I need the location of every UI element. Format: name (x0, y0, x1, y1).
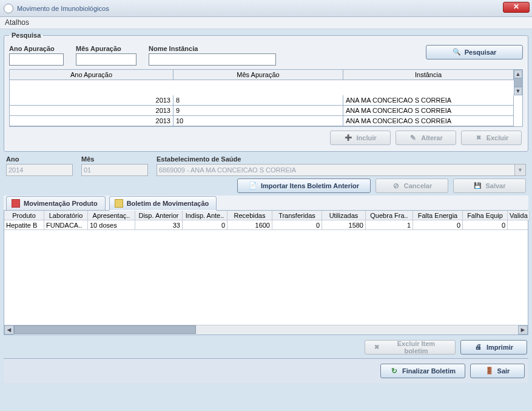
cell-disp-ant: 33 (135, 220, 183, 230)
search-row: Ano Apuração Mês Apuração Nome Instância… (9, 45, 523, 66)
result-row[interactable]: 2013 10 ANA MA CONCEICAO S CORREIA (10, 116, 522, 126)
vscrollbar[interactable]: ▲ ▼ (514, 70, 522, 95)
tab-bol-icon (115, 199, 123, 208)
cancel-icon (392, 182, 400, 190)
hscroll-thumb[interactable] (14, 325, 196, 334)
cell-quebra: 1 (366, 220, 413, 230)
cell-mes: 8 (173, 95, 343, 106)
incluir-label: Incluir (356, 134, 376, 141)
label-mes-apuracao: Mês Apuração (76, 45, 136, 52)
cell-produto: Hepatite B (4, 220, 44, 230)
exit-icon (485, 367, 494, 375)
col-quebra[interactable]: Quebra Fra.. (366, 211, 413, 220)
col-falta-energia[interactable]: Falta Energia (413, 211, 463, 220)
cell-ano: 2013 (10, 106, 173, 116)
cell-mes: 10 (173, 116, 343, 126)
ano-field (6, 164, 73, 176)
scroll-right-icon[interactable]: ► (518, 325, 528, 335)
menu-atalhos[interactable]: Atalhos (5, 18, 29, 27)
tab-movimentacao-produto[interactable]: Movimentação Produto (6, 196, 106, 210)
print-icon (474, 343, 483, 352)
input-mes-apuracao[interactable] (76, 53, 136, 66)
col-utilizadas[interactable]: Utilizadas (322, 211, 366, 220)
col-disp-anterior[interactable]: Disp. Anterior (135, 211, 183, 220)
finalizar-label: Finalizar Boletim (402, 367, 456, 375)
editor-buttons: Importar Itens Boletim Anterior Cancelar… (4, 178, 528, 193)
cell-ano: 2013 (10, 116, 173, 126)
col-recebidas[interactable]: Recebidas (227, 211, 272, 220)
pesquisar-button[interactable]: Pesquisar (426, 45, 523, 59)
scroll-thumb[interactable] (514, 78, 522, 87)
pesquisa-panel: Pesquisa Ano Apuração Mês Apuração Nome … (4, 32, 528, 152)
cell-inst: ANA MA CONCEICAO S CORREIA (343, 95, 514, 106)
scroll-up-icon[interactable]: ▲ (514, 70, 522, 78)
col-transferidas[interactable]: Transferidas (272, 211, 322, 220)
incluir-button: Incluir (330, 131, 391, 145)
col-produto[interactable]: Produto (4, 211, 44, 220)
col-ano[interactable]: Ano Apuração (10, 70, 173, 80)
edit-icon (409, 134, 417, 142)
field-mes-apuracao: Mês Apuração (76, 45, 136, 66)
col-mes[interactable]: Mês Apuração (173, 70, 343, 80)
label-ano-apuracao: Ano Apuração (9, 45, 64, 52)
col-indisp-anterior[interactable]: Indisp. Ante.. (183, 211, 227, 220)
app-icon (4, 4, 13, 13)
close-button[interactable]: ✕ (503, 2, 530, 13)
finalizar-boletim-button[interactable]: Finalizar Boletim (380, 364, 465, 378)
mes-field (81, 164, 148, 176)
sair-button[interactable]: Sair (470, 364, 525, 378)
importar-button[interactable]: Importar Itens Boletim Anterior (237, 178, 371, 193)
table-row[interactable]: Hepatite B FUNDACA.. 10 doses 33 0 1600 … (4, 220, 528, 230)
salvar-button: Salvar (453, 178, 526, 193)
tab-mov-icon (12, 199, 20, 208)
col-laboratorio[interactable]: Laboratório (44, 211, 88, 220)
titlebar: Movimento de Imunobiológicos ✕ (0, 0, 532, 17)
item-buttons: Excluir Item boletim Imprimir (4, 335, 528, 359)
import-icon (249, 182, 257, 190)
tab-boletim-movimentacao[interactable]: Boletim de Movimentação (109, 196, 217, 211)
save-icon (473, 182, 482, 190)
scroll-down-icon[interactable]: ▼ (514, 87, 522, 95)
cell-transf: 0 (272, 220, 322, 230)
plus-icon (344, 134, 352, 142)
result-row[interactable]: 2013 8 ANA MA CONCEICAO S CORREIA (10, 95, 522, 106)
alterar-label: Alterar (421, 134, 442, 141)
field-ano-apuracao: Ano Apuração (9, 45, 64, 66)
tabbar: Movimentação Produto Boletim de Moviment… (4, 195, 528, 211)
hscrollbar[interactable]: ◄ ► (4, 325, 528, 335)
result-row[interactable]: 2013 9 ANA MA CONCEICAO S CORREIA (10, 106, 522, 116)
crud-buttons: Incluir Alterar Excluir (9, 127, 523, 146)
cell-falta: 0 (413, 220, 463, 230)
cancelar-label: Cancelar (404, 182, 432, 189)
menubar: Atalhos (0, 17, 532, 29)
col-inst[interactable]: Instância (343, 70, 514, 80)
scroll-left-icon[interactable]: ◄ (4, 325, 14, 335)
col-valida[interactable]: Valida (508, 211, 530, 220)
label-ano: Ano (6, 155, 73, 163)
chevron-down-icon: ▼ (514, 165, 525, 175)
footer-bar: Finalizar Boletim Sair (4, 359, 528, 383)
input-ano-apuracao[interactable] (9, 53, 64, 66)
results-table: Ano Apuração Mês Apuração Instância ▲ ▼ … (9, 69, 523, 127)
input-nome-instancia[interactable] (149, 53, 276, 66)
cell-inst: ANA MA CONCEICAO S CORREIA (343, 106, 514, 116)
field-nome-instancia: Nome Instância (149, 45, 276, 66)
label-estab: Estabelecimento de Saúde (157, 155, 526, 163)
imprimir-button[interactable]: Imprimir (460, 340, 527, 355)
excluir-button: Excluir (461, 131, 522, 145)
salvar-label: Salvar (485, 182, 505, 189)
search-icon (453, 48, 461, 56)
col-apresentacao[interactable]: Apresentaç.. (88, 211, 135, 220)
data-table: Produto Laboratório Apresentaç.. Disp. A… (4, 211, 528, 335)
cell-recebidas: 1600 (227, 220, 272, 230)
cell-falha: 0 (463, 220, 508, 230)
content: Pesquisa Ano Apuração Mês Apuração Nome … (0, 29, 532, 386)
importar-label: Importar Itens Boletim Anterior (261, 182, 359, 189)
cell-valida (508, 220, 528, 230)
window-title: Movimento de Imunobiológicos (17, 5, 109, 12)
editor-row: Ano Mês Estabelecimento de Saúde ▼ (4, 155, 528, 176)
col-falha-equip[interactable]: Falha Equip (463, 211, 508, 220)
delete-icon (474, 134, 483, 142)
cell-mes: 9 (173, 106, 343, 116)
sair-label: Sair (497, 367, 510, 375)
